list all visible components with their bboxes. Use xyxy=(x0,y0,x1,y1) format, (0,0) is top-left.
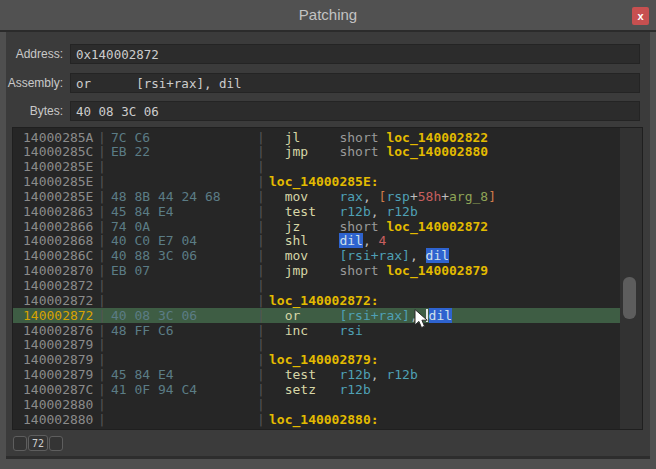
row-disassembly: test r12b, r12b xyxy=(269,367,418,382)
listing-row[interactable]: 140002879||loc_140002879: xyxy=(13,352,620,367)
address-input[interactable] xyxy=(70,44,640,64)
column-separator: | xyxy=(98,248,106,263)
listing-row[interactable]: 14000287C|41 0F 94 C4| setz r12b xyxy=(13,382,620,397)
token-mnem: jl xyxy=(269,130,339,145)
token-num: 4 xyxy=(379,233,387,248)
token-target: loc_140002879 xyxy=(386,263,488,278)
listing-row[interactable]: 140002879|| xyxy=(13,337,620,352)
listing-row[interactable]: 14000285E|| xyxy=(13,159,620,174)
column-separator: | xyxy=(257,397,265,412)
token-mnem: jmp xyxy=(269,144,339,159)
token-punct: , xyxy=(371,367,387,382)
token-mnem: test xyxy=(269,367,339,382)
listing-row[interactable]: 140002872||loc_140002872: xyxy=(13,293,620,308)
token-reg: rsp xyxy=(386,189,409,204)
row-address: 14000287C xyxy=(23,382,93,397)
scrollbar-track[interactable] xyxy=(620,128,643,429)
token-reg: r12b xyxy=(339,367,370,382)
listing-row[interactable]: 140002863|45 84 E4| test r12b, r12b xyxy=(13,204,620,219)
footer-counter[interactable]: 72 xyxy=(28,435,48,451)
row-bytes: 74 0A xyxy=(111,219,150,234)
column-separator: | xyxy=(98,263,106,278)
row-address: 140002879 xyxy=(23,337,93,352)
scrollbar-thumb[interactable] xyxy=(623,277,636,319)
token-mnem: or xyxy=(269,308,339,323)
address-label: Address: xyxy=(0,44,63,64)
disassembly-listing[interactable]: 14000285A|7C C6| jl short loc_1400028221… xyxy=(12,127,643,430)
token-mnem: mov xyxy=(269,189,339,204)
row-address: 140002866 xyxy=(23,219,93,234)
column-separator: | xyxy=(98,397,106,412)
row-address: 14000285C xyxy=(23,144,93,159)
token-mnem: test xyxy=(269,204,339,219)
token-label: loc_14000285E: xyxy=(269,174,379,189)
column-separator: | xyxy=(98,382,106,397)
token-mnem: jz xyxy=(269,219,339,234)
token-kw: short xyxy=(339,130,386,145)
assembly-input[interactable] xyxy=(70,73,640,93)
row-address: 140002880 xyxy=(23,397,93,412)
row-disassembly: jmp short loc_140002880 xyxy=(269,144,488,159)
listing-row[interactable]: 14000285E||loc_14000285E: xyxy=(13,174,620,189)
row-disassembly: jl short loc_140002822 xyxy=(269,130,488,145)
listing-row[interactable]: 140002868|40 C0 E7 04| shl dil, 4 xyxy=(13,233,620,248)
token-target: loc_140002872 xyxy=(386,219,488,234)
listing-row[interactable]: 140002872|| xyxy=(13,278,620,293)
token-sel: dil xyxy=(429,308,452,323)
row-address: 14000285E xyxy=(23,174,93,189)
token-svar: arg_8 xyxy=(449,189,488,204)
column-separator: | xyxy=(257,382,265,397)
token-target: loc_140002822 xyxy=(386,130,488,145)
row-disassembly: inc rsi xyxy=(269,323,363,338)
row-disassembly: loc_140002879: xyxy=(269,352,379,367)
listing-row[interactable]: 140002876|48 FF C6| inc rsi xyxy=(13,323,620,338)
column-separator: | xyxy=(257,248,265,263)
token-target: loc_140002880 xyxy=(386,144,488,159)
token-mnem: shl xyxy=(269,233,339,248)
column-separator: | xyxy=(98,174,106,189)
listing-row[interactable]: 14000285E|48 8B 44 24 68| mov rax, [rsp+… xyxy=(13,189,620,204)
row-disassembly: loc_140002872: xyxy=(269,293,379,308)
column-separator: | xyxy=(98,204,106,219)
token-num: 58h xyxy=(418,189,441,204)
title-bar[interactable]: Patching x xyxy=(0,0,656,30)
column-separator: | xyxy=(98,367,106,382)
column-separator: | xyxy=(257,263,265,278)
listing-row[interactable]: 140002880||loc_140002880: xyxy=(13,412,620,427)
token-reg: [rsi+rax] xyxy=(339,308,409,323)
column-separator: | xyxy=(98,323,106,338)
token-reg: r12b xyxy=(339,204,370,219)
listing-row[interactable]: 140002872|40 08 3C 06| or [rsi+rax], dil xyxy=(13,308,620,323)
listing-row[interactable]: 14000285A|7C C6| jl short loc_140002822 xyxy=(13,130,620,145)
token-reg: rax xyxy=(339,189,362,204)
footer-box-left[interactable] xyxy=(13,436,27,451)
listing-row[interactable]: 140002879|45 84 E4| test r12b, r12b xyxy=(13,367,620,382)
row-address: 14000285E xyxy=(23,159,93,174)
column-separator: | xyxy=(257,174,265,189)
row-disassembly: setz r12b xyxy=(269,382,371,397)
column-separator: | xyxy=(257,308,265,323)
column-separator: | xyxy=(98,412,106,427)
row-address: 140002879 xyxy=(23,352,93,367)
column-separator: | xyxy=(257,323,265,338)
token-sel: dil xyxy=(426,248,449,263)
footer-box-right[interactable] xyxy=(49,436,63,451)
close-button[interactable]: x xyxy=(632,7,649,25)
token-punct: , xyxy=(410,308,426,323)
column-separator: | xyxy=(257,352,265,367)
column-separator: | xyxy=(98,219,106,234)
listing-row[interactable]: 14000286C|40 88 3C 06| mov [rsi+rax], di… xyxy=(13,248,620,263)
column-separator: | xyxy=(257,337,265,352)
bytes-input[interactable] xyxy=(70,101,640,121)
column-separator: | xyxy=(257,130,265,145)
row-address: 140002872 xyxy=(23,278,93,293)
row-disassembly: mov rax, [rsp+58h+arg_8] xyxy=(269,189,496,204)
token-reg: r12b xyxy=(386,204,417,219)
listing-row[interactable]: 14000285C|EB 22| jmp short loc_140002880 xyxy=(13,144,620,159)
listing-row[interactable]: 140002880|| xyxy=(13,397,620,412)
row-address: 14000286C xyxy=(23,248,93,263)
listing-row[interactable]: 140002866|74 0A| jz short loc_140002872 xyxy=(13,219,620,234)
column-separator: | xyxy=(98,233,106,248)
token-punct: , xyxy=(371,204,387,219)
listing-row[interactable]: 140002870|EB 07| jmp short loc_140002879 xyxy=(13,263,620,278)
